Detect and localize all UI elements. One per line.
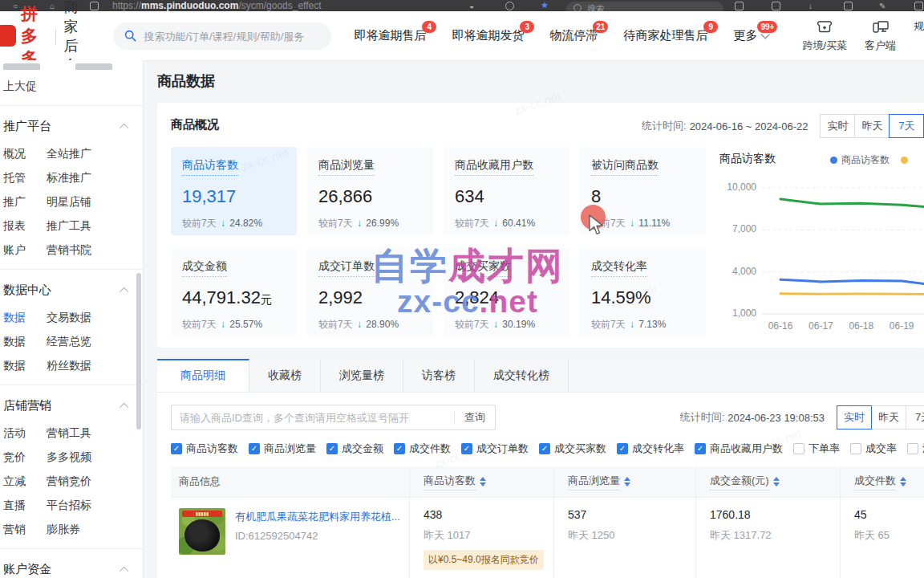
sidebar-item-报表[interactable]: 报表 — [0, 219, 45, 234]
sidebar-item-概况[interactable]: 概况 — [0, 147, 45, 161]
sidebar-item-膨胀券[interactable]: 膨胀券 — [45, 523, 80, 537]
quick-link-跨境/买菜[interactable]: 跨境/买菜 — [802, 19, 847, 53]
sort-icon[interactable] — [773, 477, 780, 486]
sidebar-item-营销竞价[interactable]: 营销竞价 — [45, 474, 91, 489]
sidebar-item-竞价[interactable]: 竞价 — [0, 450, 45, 465]
bid-same-item-tag[interactable]: 以¥0.5~49.0报名同款竞价 — [424, 550, 544, 570]
sidebar-item-推广[interactable]: 推广 — [0, 195, 45, 210]
metric-filter-商品收藏用户数[interactable]: ✓商品收藏用户数 — [695, 442, 783, 456]
stat-card-成交金额[interactable]: 成交金额44,791.32元较前7天 ↓ 25.57% — [171, 248, 297, 336]
sidebar-item-数据[interactable]: 数据 — [0, 335, 45, 349]
product-thumbnail[interactable]: ▮▮▮▮▮ — [179, 508, 225, 555]
nav-item-物流停滞[interactable]: 物流停滞21 — [549, 28, 598, 43]
nav-item-更多[interactable]: 更多99+ — [733, 28, 767, 43]
metric-filter-成交买家数[interactable]: ✓成交买家数 — [539, 442, 606, 456]
sidebar-item-明星店铺[interactable]: 明星店铺 — [45, 195, 91, 210]
metric-filter-下单率[interactable]: 下单率 — [793, 442, 840, 456]
range-button-7天[interactable]: 7天 — [906, 405, 924, 429]
browser-bookmark-star-icon[interactable]: ★ — [541, 0, 549, 10]
metric-filter-成交率[interactable]: 成交率 — [850, 442, 897, 456]
stat-card-成交订单数[interactable]: 成交订单数2,992较前7天 ↓ 28.90% — [307, 248, 433, 336]
browser-extension-icon[interactable]: ◒ — [469, 2, 474, 10]
tab-成交转化榜[interactable]: 成交转化榜 — [475, 359, 569, 392]
metric-filter-成交金额[interactable]: ✓成交金额 — [326, 442, 383, 456]
browser-search-box[interactable]: 搜索 — [566, 2, 723, 11]
sort-icon[interactable] — [900, 477, 906, 486]
stat-card-商品访客数[interactable]: 商品访客数19,317较前7天 ↓ 24.82% — [171, 147, 297, 235]
sidebar-item-经营总览[interactable]: 经营总览 — [45, 335, 91, 349]
col-header-views[interactable]: 商品浏览量 — [553, 466, 695, 497]
header-search-input[interactable] — [142, 22, 322, 51]
sidebar-item-多多视频[interactable]: 多多视频 — [45, 450, 91, 465]
browser-more-tools-icon[interactable]: ✎ — [879, 2, 886, 10]
checkbox-unchecked-icon[interactable] — [793, 443, 804, 454]
sidebar-item-数据[interactable]: 数据 — [0, 311, 45, 325]
nav-item-即将逾期发货[interactable]: 即将逾期发货3 — [452, 28, 524, 43]
browser-profile-icon[interactable]: ○ — [13, 2, 18, 10]
sidebar-item-推广工具[interactable]: 推广工具 — [45, 219, 91, 234]
stat-card-成交买家数[interactable]: 成交买家数2,824较前7天 ↓ 30.19% — [444, 248, 569, 336]
stat-card-商品浏览量[interactable]: 商品浏览量26,866较前7天 ↓ 26.99% — [307, 147, 433, 235]
col-header-pieces[interactable]: 成交件数 — [840, 466, 924, 497]
browser-edge-icon[interactable] — [914, 2, 923, 10]
metric-filter-成交转化率[interactable]: ✓成交转化率 — [617, 442, 684, 456]
sidebar-section-数据中心[interactable]: 数据中心 — [0, 270, 143, 306]
browser-split-icon[interactable] — [772, 2, 780, 10]
legend-item[interactable] — [901, 153, 912, 167]
col-header-visitors[interactable]: 商品访客数 — [409, 466, 553, 497]
tab-浏览量榜[interactable]: 浏览量榜 — [321, 359, 403, 392]
sidebar-item-粉丝数据[interactable]: 粉丝数据 — [45, 359, 91, 373]
product-title-link[interactable]: 有机肥瓜果蔬菜花肥料家用养花植... — [235, 510, 400, 524]
range-button-昨天[interactable]: 昨天 — [854, 114, 890, 138]
sidebar-section-账户资金[interactable]: 账户资金 — [0, 549, 143, 578]
sort-icon[interactable] — [480, 477, 486, 486]
tab-访客榜[interactable]: 访客榜 — [403, 359, 475, 392]
metric-filter-成交件数[interactable]: ✓成交件数 — [394, 442, 451, 456]
browser-account-icon[interactable] — [505, 2, 514, 10]
sidebar-item-营销书院[interactable]: 营销书院 — [45, 243, 91, 258]
browser-tool-icon-1[interactable] — [735, 2, 744, 10]
checkbox-checked-icon[interactable]: ✓ — [461, 443, 472, 454]
sidebar-item-标准推广[interactable]: 标准推广 — [45, 171, 91, 185]
metric-filter-商品浏览量[interactable]: ✓商品浏览量 — [249, 442, 316, 456]
sidebar-item-活动[interactable]: 活动 — [0, 426, 45, 441]
tab-收藏榜[interactable]: 收藏榜 — [249, 359, 321, 392]
browser-url[interactable]: https://mms.pinduoduo.com/sycm/goods_eff… — [112, 0, 322, 11]
range-button-实时[interactable]: 实时 — [820, 114, 855, 138]
sidebar-item-托管[interactable]: 托管 — [0, 171, 45, 185]
goods-id-search[interactable]: 查询 — [171, 405, 496, 430]
checkbox-checked-icon[interactable]: ✓ — [539, 443, 550, 454]
checkbox-unchecked-icon[interactable] — [850, 443, 861, 454]
stat-card-商品收藏用户数[interactable]: 商品收藏用户数634较前7天 ↓ 60.41% — [444, 147, 569, 235]
quick-link-客户端[interactable]: 客户端 — [865, 19, 896, 53]
query-button[interactable]: 查询 — [454, 410, 495, 425]
quick-link-规[interactable]: 规 — [914, 19, 924, 53]
sidebar-item-直播[interactable]: 直播 — [0, 499, 45, 513]
checkbox-checked-icon[interactable]: ✓ — [326, 443, 338, 454]
sidebar-item-平台招标[interactable]: 平台招标 — [45, 499, 91, 513]
metric-filter-成交订单数[interactable]: ✓成交订单数 — [461, 442, 529, 456]
sidebar-item-全站推广[interactable]: 全站推广 — [45, 147, 91, 161]
pinduoduo-logo-icon[interactable] — [0, 25, 16, 47]
sidebar-section-推广平台[interactable]: 推广平台 — [0, 106, 143, 142]
checkbox-checked-icon[interactable]: ✓ — [617, 443, 628, 454]
browser-download-icon[interactable]: ↓ — [808, 2, 813, 10]
sidebar-item-营销工具[interactable]: 营销工具 — [45, 426, 91, 441]
sidebar-item-营销[interactable]: 营销 — [0, 523, 45, 537]
header-search[interactable] — [113, 22, 331, 50]
checkbox-checked-icon[interactable]: ✓ — [171, 443, 182, 454]
range-button-实时[interactable]: 实时 — [837, 405, 872, 429]
metric-filter-商品访客数[interactable]: ✓商品访客数 — [171, 442, 238, 456]
sidebar-item-账户[interactable]: 账户 — [0, 243, 45, 258]
col-header-amount[interactable]: 成交金额(元) — [695, 466, 840, 497]
range-button-昨天[interactable]: 昨天 — [871, 405, 906, 429]
sidebar-scrollbar[interactable] — [136, 273, 141, 429]
sidebar-item-立减[interactable]: 立减 — [0, 474, 45, 489]
sidebar-item-数据[interactable]: 数据 — [0, 359, 45, 373]
legend-item[interactable]: 商品访客数 — [830, 153, 890, 167]
sort-icon[interactable] — [624, 477, 630, 486]
checkbox-checked-icon[interactable]: ✓ — [695, 443, 706, 454]
goods-id-search-input[interactable] — [172, 412, 454, 424]
checkbox-checked-icon[interactable]: ✓ — [394, 443, 405, 454]
sidebar-section-店铺营销[interactable]: 店铺营销 — [0, 385, 143, 421]
